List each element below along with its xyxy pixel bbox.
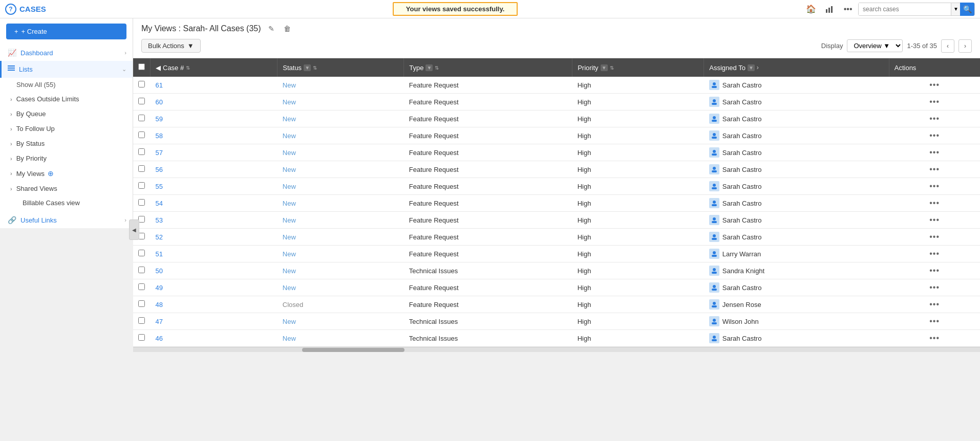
case-num-link[interactable]: 49 <box>156 284 163 292</box>
chart-button[interactable] <box>821 1 838 17</box>
row-checkbox[interactable] <box>138 334 145 341</box>
row-checkbox[interactable] <box>138 131 145 138</box>
search-go-button[interactable]: 🔍 <box>960 3 974 16</box>
case-num-sort-icon[interactable]: ⇅ <box>186 65 190 71</box>
sidebar-item-dashboard[interactable]: 📈 Dashboard › <box>0 45 133 61</box>
case-num-link[interactable]: 48 <box>156 301 163 308</box>
row-actions-button[interactable]: ••• <box>929 266 940 275</box>
row-actions-button[interactable]: ••• <box>929 182 940 191</box>
case-num-link[interactable]: 46 <box>156 335 163 342</box>
sidebar-item-by-status[interactable]: › By Status <box>0 136 133 151</box>
sidebar-item-billable-cases-view[interactable]: Billable Cases view <box>0 196 133 210</box>
row-checkbox[interactable] <box>138 283 145 290</box>
row-actions-button[interactable]: ••• <box>929 283 940 292</box>
row-actions-button[interactable]: ••• <box>929 199 940 208</box>
case-num-link[interactable]: 58 <box>156 132 163 140</box>
row-checkbox[interactable] <box>138 250 145 256</box>
sidebar-item-useful-links[interactable]: 🔗 Useful Links › <box>0 212 133 228</box>
case-num-link[interactable]: 57 <box>156 149 163 157</box>
row-checkbox[interactable] <box>138 115 145 121</box>
sidebar-collapse-button[interactable]: ◀ <box>129 219 139 240</box>
row-checkbox[interactable] <box>138 300 145 307</box>
status-sort-icon[interactable]: ⇅ <box>313 65 317 71</box>
assigned-to-cell: Sarah Castro <box>704 127 889 144</box>
row-actions-button[interactable]: ••• <box>929 165 940 174</box>
sidebar-item-my-views[interactable]: › My Views ⊕ <box>0 166 133 181</box>
pagination-next-button[interactable]: › <box>958 39 972 53</box>
case-num-link[interactable]: 61 <box>156 81 163 89</box>
horizontal-scrollbar[interactable] <box>133 347 980 352</box>
case-num-link[interactable]: 54 <box>156 200 163 207</box>
case-num-link[interactable]: 52 <box>156 233 163 241</box>
row-checkbox[interactable] <box>138 182 145 189</box>
sidebar-item-to-follow-up[interactable]: › To Follow Up <box>0 121 133 136</box>
row-checkbox[interactable] <box>138 216 145 223</box>
sidebar-item-cases-outside-limits[interactable]: › Cases Outside Limits <box>0 92 133 106</box>
case-num-cell: 48 <box>151 296 278 313</box>
sidebar-item-by-priority[interactable]: › By Priority <box>0 151 133 166</box>
row-checkbox[interactable] <box>138 199 145 206</box>
home-button[interactable]: 🏠 <box>803 1 819 17</box>
edit-title-button[interactable]: ✎ <box>266 24 276 34</box>
row-actions-button[interactable]: ••• <box>929 131 940 140</box>
sidebar-item-shared-views[interactable]: › Shared Views <box>0 181 133 196</box>
priority-sort-icon[interactable]: ⇅ <box>610 65 614 71</box>
priority-filter-icon[interactable]: ▼ <box>601 64 608 71</box>
type-filter-icon[interactable]: ▼ <box>425 64 433 71</box>
select-all-checkbox[interactable] <box>138 63 145 70</box>
overview-dropdown[interactable]: Overview ▼ <box>847 39 903 52</box>
more-options-button[interactable]: ••• <box>840 1 856 17</box>
row-actions-button[interactable]: ••• <box>929 232 940 241</box>
sidebar-item-show-all[interactable]: Show All (55) <box>0 78 133 92</box>
type-cell: Technical Issues <box>404 330 572 347</box>
row-actions-button[interactable]: ••• <box>929 249 940 258</box>
case-num-link[interactable]: 50 <box>156 267 163 275</box>
case-num-link[interactable]: 51 <box>156 250 163 258</box>
case-num-link[interactable]: 53 <box>156 216 163 224</box>
create-button[interactable]: + + Create <box>6 24 126 39</box>
col-status: Status ▼ ⇅ <box>278 58 404 77</box>
row-checkbox[interactable] <box>138 267 145 273</box>
assigned-to-value: Sarah Castro <box>722 149 762 157</box>
row-checkbox[interactable] <box>138 81 145 87</box>
delete-view-button[interactable]: 🗑 <box>282 24 293 34</box>
type-sort-icon[interactable]: ⇅ <box>435 65 439 71</box>
row-actions-button[interactable]: ••• <box>929 114 940 123</box>
col-type: Type ▼ ⇅ <box>404 58 572 77</box>
search-dropdown-button[interactable]: ▼ <box>951 3 961 15</box>
actions-cell: ••• <box>889 279 980 296</box>
bulk-actions-button[interactable]: Bulk Actions ▼ <box>141 39 201 53</box>
sidebar-item-by-queue[interactable]: › By Queue <box>0 106 133 121</box>
pagination-prev-button[interactable]: ‹ <box>941 39 954 53</box>
case-num-link[interactable]: 56 <box>156 166 163 173</box>
search-input[interactable] <box>859 3 951 15</box>
table-row: 54 New Feature Request High Sarah Castro <box>133 195 980 212</box>
assigned-filter-icon[interactable]: ▼ <box>748 64 755 71</box>
case-num-link[interactable]: 47 <box>156 318 163 325</box>
case-num-link[interactable]: 59 <box>156 115 163 123</box>
row-checkbox[interactable] <box>138 98 145 104</box>
row-actions-button[interactable]: ••• <box>929 215 940 225</box>
assigned-expand-icon[interactable]: › <box>757 64 759 71</box>
row-actions-button[interactable]: ••• <box>929 334 940 343</box>
status-filter-icon[interactable]: ▼ <box>304 64 311 71</box>
table-row: 49 New Feature Request High Sarah Castro <box>133 279 980 296</box>
case-num-link[interactable]: 60 <box>156 98 163 106</box>
user-avatar-icon <box>709 147 719 158</box>
row-actions-button[interactable]: ••• <box>929 317 940 326</box>
row-actions-button[interactable]: ••• <box>929 97 940 106</box>
my-views-add-icon[interactable]: ⊕ <box>48 169 54 178</box>
case-num-link[interactable]: 55 <box>156 183 163 190</box>
row-actions-button[interactable]: ••• <box>929 80 940 90</box>
row-actions-button[interactable]: ••• <box>929 148 940 157</box>
row-checkbox[interactable] <box>138 165 145 172</box>
scrollbar-thumb[interactable] <box>302 348 404 352</box>
svg-point-34 <box>713 319 716 322</box>
row-checkbox[interactable] <box>138 148 145 155</box>
row-checkbox[interactable] <box>138 233 145 239</box>
row-actions-button[interactable]: ••• <box>929 300 940 309</box>
sidebar-item-lists[interactable]: Lists ⌄ <box>0 61 133 78</box>
pagination-info: 1-35 of 35 <box>907 42 937 50</box>
row-checkbox[interactable] <box>138 317 145 324</box>
type-cell: Feature Request <box>404 246 572 262</box>
